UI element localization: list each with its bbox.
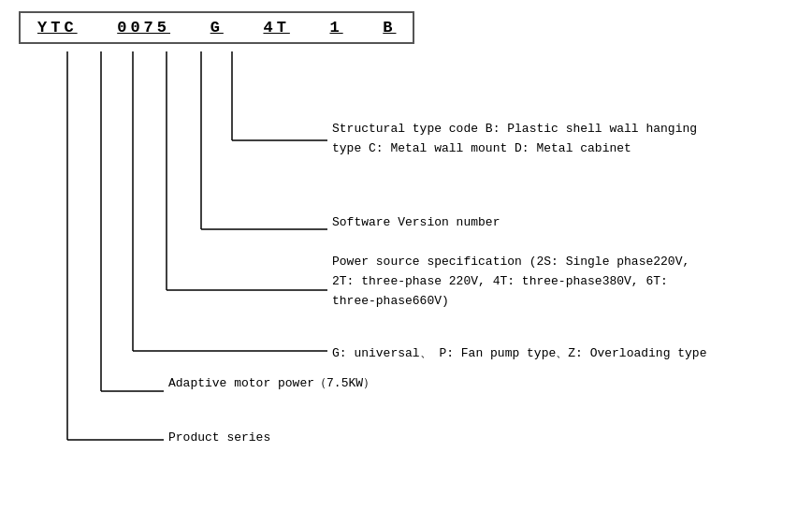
model-struct: B: [383, 19, 396, 36]
power-line2: 2T: three-phase 220V, 4T: three-phase380…: [332, 272, 790, 292]
power-line1: Power source specification (2S: Single p…: [332, 253, 790, 272]
annotation-software: Software Version number: [332, 213, 790, 233]
power-line3: three-phase660V): [332, 292, 790, 312]
software-line1: Software Version number: [332, 213, 790, 233]
model-power: 0075: [117, 19, 170, 36]
model-series: G: [210, 19, 224, 36]
product-line1: Product series: [168, 429, 627, 448]
annotation-power: Power source specification (2S: Single p…: [332, 253, 790, 311]
annotation-product: Product series: [168, 429, 627, 448]
annotation-structural: Structural type code B: Plastic shell wa…: [332, 120, 790, 159]
model-box: YTC 0075 G 4T 1 B: [19, 11, 414, 44]
model-phase: 4T: [263, 19, 289, 36]
structural-line1: Structural type code B: Plastic shell wa…: [332, 120, 790, 139]
model-version: 1: [329, 19, 342, 36]
structural-line2: type C: Metal wall mount D: Metal cabine…: [332, 139, 790, 159]
model-ytc: YTC: [37, 19, 78, 36]
annotation-type: G: universal、 P: Fan pump type、Z: Overlo…: [332, 344, 790, 364]
motor-line1: Adaptive motor power（7.5KW）: [168, 374, 627, 394]
annotation-motor: Adaptive motor power（7.5KW）: [168, 374, 627, 394]
type-line1: G: universal、 P: Fan pump type、Z: Overlo…: [332, 344, 790, 364]
